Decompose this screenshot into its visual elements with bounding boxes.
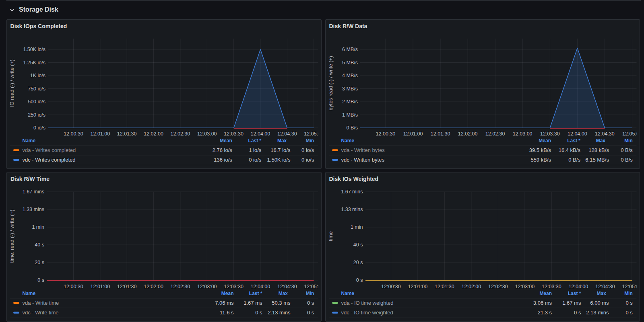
svg-text:12:02:00: 12:02:00 — [462, 284, 481, 289]
svg-text:12:02:30: 12:02:30 — [485, 131, 505, 137]
svg-text:1.33 mins: 1.33 mins — [341, 207, 363, 212]
svg-text:12:03:00: 12:03:00 — [197, 131, 217, 137]
svg-text:1 min: 1 min — [32, 224, 44, 230]
svg-text:12:03:30: 12:03:30 — [542, 284, 561, 289]
svg-text:250 io/s: 250 io/s — [28, 112, 45, 118]
svg-text:0 s: 0 s — [625, 300, 633, 306]
svg-text:12:01:00: 12:01:00 — [91, 284, 110, 289]
svg-text:1.67 mins: 1.67 mins — [23, 189, 44, 195]
svg-text:6 MB/s: 6 MB/s — [342, 47, 358, 52]
svg-text:Disk IOps Completed: Disk IOps Completed — [10, 23, 67, 29]
svg-text:1.67 ms: 1.67 ms — [244, 300, 262, 306]
svg-text:time. read (-) / write (+): time. read (-) / write (+) — [9, 209, 15, 263]
svg-text:12:01:30: 12:01:30 — [435, 284, 454, 289]
svg-text:12:00:30: 12:00:30 — [376, 131, 396, 137]
svg-text:Last *: Last * — [248, 138, 262, 144]
svg-text:time: time — [328, 231, 334, 241]
svg-text:bytes read (-) / write (+): bytes read (-) / write (+) — [328, 56, 334, 110]
svg-text:vda - Written bytes: vda - Written bytes — [341, 147, 385, 153]
svg-text:1.67 mins: 1.67 mins — [341, 189, 363, 195]
svg-text:3 MB/s: 3 MB/s — [342, 86, 358, 92]
svg-text:Min: Min — [306, 291, 314, 296]
svg-text:6.00 ms: 6.00 ms — [590, 300, 609, 306]
svg-text:12:05:00: 12:05:00 — [304, 284, 322, 289]
svg-text:Name: Name — [341, 291, 355, 296]
svg-text:Min: Min — [624, 291, 633, 296]
svg-text:Last *: Last * — [249, 291, 262, 296]
svg-text:16.4 kB/s: 16.4 kB/s — [559, 147, 581, 153]
svg-text:12:01:30: 12:01:30 — [117, 284, 137, 289]
svg-text:12:02:30: 12:02:30 — [488, 284, 508, 289]
svg-text:12:04:00: 12:04:00 — [568, 131, 587, 137]
svg-text:12:02:00: 12:02:00 — [144, 284, 163, 289]
svg-text:0 B/s: 0 B/s — [347, 125, 358, 131]
svg-text:1 MB/s: 1 MB/s — [342, 112, 358, 118]
svg-text:1 min: 1 min — [351, 224, 363, 230]
svg-text:12:00:30: 12:00:30 — [381, 284, 401, 289]
svg-text:7.06 ms: 7.06 ms — [215, 300, 234, 306]
svg-text:12:04:30: 12:04:30 — [277, 131, 297, 137]
svg-text:21.3 s: 21.3 s — [538, 310, 552, 316]
svg-text:12:02:00: 12:02:00 — [144, 131, 163, 137]
svg-text:6.15 MB/s: 6.15 MB/s — [585, 157, 609, 163]
svg-text:IO read (-) / write (+): IO read (-) / write (+) — [9, 59, 15, 107]
svg-text:0 s: 0 s — [356, 277, 363, 283]
svg-text:39.5 kB/s: 39.5 kB/s — [529, 147, 551, 153]
svg-text:vda - IO time weighted: vda - IO time weighted — [341, 300, 394, 306]
svg-text:12:02:30: 12:02:30 — [171, 284, 190, 289]
svg-text:12:03:30: 12:03:30 — [224, 131, 244, 137]
svg-text:12:04:30: 12:04:30 — [595, 131, 615, 137]
svg-text:Disk IOs Weighted: Disk IOs Weighted — [329, 176, 379, 182]
svg-text:12:01:30: 12:01:30 — [117, 131, 137, 137]
svg-text:Name: Name — [341, 138, 355, 144]
svg-text:vdc - Written bytes: vdc - Written bytes — [341, 157, 385, 163]
svg-text:0 io/s: 0 io/s — [33, 125, 45, 131]
svg-text:Name: Name — [23, 138, 36, 144]
svg-text:559 kB/s: 559 kB/s — [530, 157, 551, 163]
svg-text:Mean: Mean — [539, 291, 552, 296]
svg-text:12:02:00: 12:02:00 — [458, 131, 478, 137]
svg-text:Name: Name — [23, 291, 36, 296]
svg-text:40 s: 40 s — [35, 242, 44, 248]
svg-text:Max: Max — [277, 138, 287, 144]
svg-text:1.33 mins: 1.33 mins — [23, 207, 44, 212]
svg-text:Disk R/W Data: Disk R/W Data — [329, 23, 367, 29]
svg-text:0 io/s: 0 io/s — [301, 157, 314, 163]
svg-text:0 io/s: 0 io/s — [301, 147, 314, 153]
svg-text:40 s: 40 s — [353, 242, 363, 248]
svg-text:12:03:00: 12:03:00 — [515, 284, 535, 289]
svg-text:Mean: Mean — [539, 138, 551, 144]
svg-text:2.13 mins: 2.13 mins — [268, 310, 291, 316]
svg-text:128 kB/s: 128 kB/s — [588, 147, 609, 153]
svg-text:1K io/s: 1K io/s — [30, 73, 45, 78]
svg-text:12:05:00: 12:05:00 — [622, 131, 640, 137]
svg-text:12:03:00: 12:03:00 — [197, 284, 217, 289]
svg-text:vda - Write time: vda - Write time — [23, 300, 59, 306]
svg-text:12:01:00: 12:01:00 — [91, 131, 110, 137]
svg-text:Last *: Last * — [567, 138, 580, 144]
svg-text:0 io/s: 0 io/s — [249, 157, 262, 163]
svg-text:0 s: 0 s — [625, 310, 633, 316]
svg-text:Max: Max — [279, 291, 288, 296]
svg-text:12:04:30: 12:04:30 — [277, 284, 297, 289]
svg-text:12:04:00: 12:04:00 — [569, 284, 588, 289]
svg-text:0 s: 0 s — [574, 310, 581, 316]
svg-text:1 io/s: 1 io/s — [249, 147, 262, 153]
svg-text:2 MB/s: 2 MB/s — [342, 99, 358, 105]
svg-text:5 MB/s: 5 MB/s — [342, 60, 358, 66]
svg-text:12:03:30: 12:03:30 — [224, 284, 244, 289]
svg-text:20 s: 20 s — [35, 260, 44, 265]
svg-text:0 s: 0 s — [307, 310, 314, 316]
svg-text:12:03:30: 12:03:30 — [540, 131, 560, 137]
svg-text:Mean: Mean — [220, 138, 232, 144]
svg-text:16.7 io/s: 16.7 io/s — [270, 147, 291, 153]
svg-text:2.76 io/s: 2.76 io/s — [213, 147, 233, 153]
svg-text:0 s: 0 s — [307, 300, 314, 306]
svg-text:12:01:00: 12:01:00 — [408, 284, 428, 289]
svg-text:12:00:30: 12:00:30 — [64, 284, 83, 289]
svg-text:50.3 ms: 50.3 ms — [272, 300, 291, 306]
svg-text:0 B/s: 0 B/s — [621, 157, 633, 163]
svg-text:1.67 ms: 1.67 ms — [562, 300, 581, 306]
svg-text:vdc - Writes completed: vdc - Writes completed — [23, 157, 76, 163]
svg-text:3.06 ms: 3.06 ms — [533, 300, 552, 306]
